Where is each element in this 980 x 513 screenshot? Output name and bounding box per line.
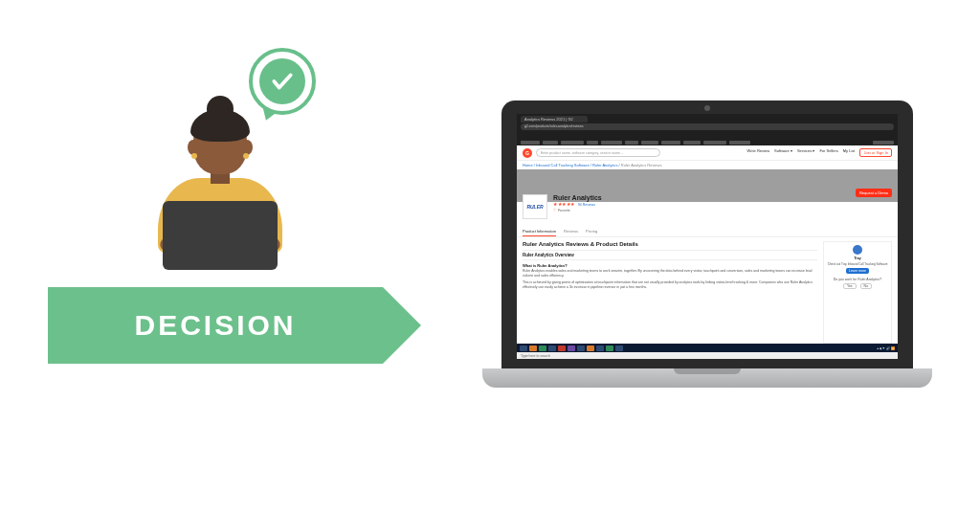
star-rating-icon: ★★★★★	[553, 201, 575, 207]
laptop-mockup: Analytics Reviews 2021 | G2 g2.com/produ…	[482, 100, 932, 388]
overview-paragraph: This is achieved by giving points of opt…	[523, 280, 817, 290]
taskbar-item[interactable]	[577, 346, 585, 351]
bookmark-item[interactable]	[703, 141, 726, 145]
bookmark-item[interactable]	[661, 141, 680, 145]
content-row: Ruler Analytics Reviews & Product Detail…	[517, 237, 898, 344]
g2-logo-icon[interactable]: G	[523, 148, 532, 158]
sidebar-card: Tray Check out Tray Inbound Call Trackin…	[823, 241, 892, 344]
bookmark-item[interactable]	[641, 141, 658, 145]
tab-pricing[interactable]: Pricing	[586, 229, 597, 236]
breadcrumb-current: Ruler Analytics Reviews	[621, 163, 662, 167]
nav-software[interactable]: Software ▾	[774, 148, 792, 157]
browser-tab[interactable]: Analytics Reviews 2021 | G2	[521, 116, 588, 123]
bookmark-item[interactable]	[543, 141, 558, 145]
taskbar-item[interactable]	[558, 346, 566, 351]
breadcrumb-part[interactable]: Home	[523, 163, 533, 167]
taskbar-item[interactable]	[520, 346, 527, 351]
breadcrumb-part[interactable]: Inbound Call Tracking Software	[536, 163, 590, 167]
taskbar-item[interactable]	[568, 346, 575, 351]
breadcrumb-part[interactable]: Ruler Analytics	[592, 163, 617, 167]
laptop-base	[482, 368, 932, 388]
nav-my-list[interactable]: My List	[843, 148, 856, 157]
tab-reviews[interactable]: Reviews	[564, 229, 578, 236]
camera-dot-icon	[704, 105, 710, 111]
g2-site: G Enter product name, software category,…	[517, 145, 898, 344]
bookmarks-bar	[517, 139, 898, 145]
site-nav: Write Review Software ▾ Services ▾ For S…	[747, 148, 892, 157]
partner-name: Tray	[827, 256, 888, 260]
page-title: Ruler Analytics Reviews & Product Detail…	[523, 241, 817, 247]
bookmark-item[interactable]	[587, 141, 598, 145]
nav-write-review[interactable]: Write Review	[747, 148, 770, 157]
site-search-input[interactable]: Enter product name, software category, s…	[536, 148, 660, 157]
decision-label: DECISION	[134, 309, 296, 342]
bookmark-item[interactable]	[561, 141, 584, 145]
product-tabs: Product Information Reviews Pricing	[517, 229, 898, 237]
taskbar-item[interactable]	[596, 346, 604, 351]
bookmark-item[interactable]	[683, 141, 701, 145]
partner-sub: Check out Tray Inbound Call Tracking Sof…	[827, 262, 888, 266]
bookmark-item[interactable]	[521, 141, 540, 145]
tab-product-info[interactable]: Product Information	[523, 229, 556, 236]
bookmark-item[interactable]	[601, 141, 622, 145]
overview-paragraph: Ruler Analytics enables sales and market…	[523, 269, 817, 279]
taskbar-item[interactable]	[615, 346, 623, 351]
breadcrumb: Home / Inbound Call Tracking Software / …	[517, 161, 898, 169]
what-is-heading: What is Ruler Analytics?	[523, 263, 817, 268]
partner-logo-icon	[853, 245, 862, 255]
taskbar-item[interactable]	[529, 346, 537, 351]
decision-arrow-banner: DECISION	[48, 287, 383, 364]
product-header: RULER Ruler Analytics ★★★★★ 94 Reviews ♡…	[517, 190, 898, 223]
browser-chrome: Analytics Reviews 2021 | G2 g2.com/produ…	[517, 114, 898, 139]
product-title: Ruler Analytics	[553, 194, 602, 201]
bookmark-item[interactable]	[729, 141, 750, 145]
heart-icon: ♡	[553, 209, 557, 212]
signup-button[interactable]: Join or Sign In	[859, 148, 892, 157]
overview-heading: Ruler Analytics Overview	[523, 250, 817, 260]
url-bar[interactable]: g2.com/products/ruler-analytics/reviews	[521, 123, 894, 130]
taskbar-item[interactable]	[539, 346, 546, 351]
work-here-question: Do you work for Ruler Analytics?	[827, 278, 888, 281]
bookmark-item[interactable]	[873, 141, 894, 145]
taskbar-tray[interactable]: ▲ ◆ ⚑ 🔊 📶	[877, 346, 895, 350]
yes-button[interactable]: Yes	[843, 283, 857, 289]
request-demo-button[interactable]: Request a Demo	[856, 189, 892, 197]
person-with-laptop	[139, 96, 301, 268]
taskbar-item[interactable]	[587, 346, 594, 351]
no-button[interactable]: No	[860, 283, 872, 289]
person-illustration	[115, 57, 325, 268]
left-illustration-panel: DECISION	[48, 57, 392, 364]
screen-content: Analytics Reviews 2021 | G2 g2.com/produ…	[517, 114, 898, 359]
bookmark-item[interactable]	[625, 141, 638, 145]
nav-services[interactable]: Services ▾	[797, 148, 814, 157]
site-topbar: G Enter product name, software category,…	[517, 145, 898, 161]
product-logo: RULER	[523, 194, 547, 219]
product-meta: Ruler Analytics ★★★★★ 94 Reviews ♡ Favor…	[553, 194, 602, 212]
os-taskbar: ▲ ◆ ⚑ 🔊 📶	[517, 344, 898, 352]
os-search-hint[interactable]: Type here to search	[517, 352, 898, 359]
taskbar-item[interactable]	[606, 346, 613, 351]
learn-more-button[interactable]: Learn more	[846, 268, 869, 274]
laptop-screen-frame: Analytics Reviews 2021 | G2 g2.com/produ…	[501, 100, 913, 368]
nav-for-sellers[interactable]: For Sellers	[819, 148, 837, 157]
taskbar-item[interactable]	[548, 346, 556, 351]
content-main: Ruler Analytics Reviews & Product Detail…	[517, 237, 823, 344]
laptop-icon	[163, 201, 278, 270]
review-count[interactable]: 94 Reviews	[578, 203, 595, 207]
favorite-button[interactable]: ♡ Favorite	[553, 209, 602, 212]
